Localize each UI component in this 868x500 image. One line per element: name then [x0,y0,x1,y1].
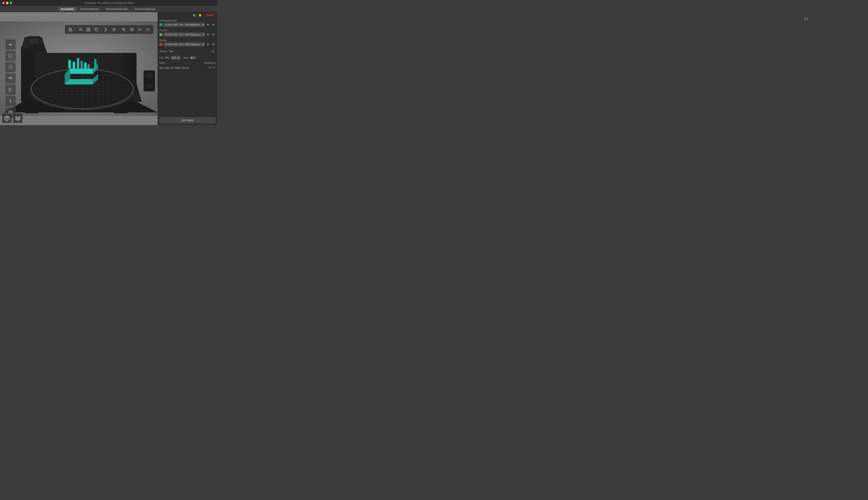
svg-rect-61 [84,62,87,69]
right-panel: Experte Druckeinstellungen : FLSUN V400 … [158,12,217,125]
maximize-button[interactable] [10,2,12,4]
slice-button[interactable]: Jetzt slicen [159,117,215,123]
tab-druckeinstellungen[interactable]: Druckeinstellungen [77,7,103,11]
svg-rect-9 [95,29,98,31]
toolbar-separator [75,27,76,32]
drucker-settings[interactable]: ⚙ [211,42,216,47]
filament-select[interactable]: FLSUN V400 - PLA - 3DPrintBeginner [163,32,205,37]
filament-label: Filament : [159,29,215,32]
window-controls[interactable] [2,2,12,4]
tab-druckereinstellungen[interactable]: Druckereinstellungen [132,7,159,11]
infill-label: Infill: [159,57,164,59]
table-row: All_in_One_3D_Printer_Test.stl 👁 ✎ [158,65,217,71]
obj-actions: 👁 ✎ [209,66,215,69]
druckeinstellungen-swatch [159,23,162,26]
close-button[interactable] [2,2,4,4]
copy-button[interactable] [93,26,100,33]
drucker-dropdown[interactable]: ▼ [206,42,210,47]
svg-rect-4 [81,28,82,30]
filament-dropdown[interactable]: ▼ [206,32,210,37]
drucker-section: Drucker : FLSUN V400 - PLA - 3DPrintBegi… [158,38,217,48]
navigate-button[interactable] [5,39,16,50]
redo-button[interactable] [144,26,151,33]
toolbar-separator-3 [119,27,119,32]
druckeinstellungen-row: FLSUN V400 - PLA - 3DPrintBeginner ▼ ⚙ [159,22,215,27]
rotate-tool-button[interactable] [5,62,16,72]
obj-list-header: Name Bearbeitung [158,61,217,65]
grid-button[interactable] [85,26,92,33]
undo-button[interactable] [136,26,143,33]
move-button[interactable] [111,26,117,33]
druckeinstellungen-dropdown[interactable]: ▼ [206,22,210,27]
window-title: *Unbenannt - PrusaSlicer-2.5.0 basiert a… [84,2,133,4]
status-dot-yellow [199,14,201,16]
svg-rect-74 [114,107,128,113]
cut-button[interactable] [103,26,110,33]
top-tabs: Druckplatte Druckeinstellungen Filamente… [0,6,217,12]
select-button[interactable] [5,50,16,61]
slice-btn-container: Jetzt slicen [158,115,217,125]
minimize-button[interactable] [6,2,8,4]
tab-druckplatte[interactable]: Druckplatte [58,7,77,11]
svg-rect-1 [69,30,70,31]
svg-rect-60 [81,61,83,69]
filament-section: Filament : FLSUN V400 - PLA - 3DPrintBeg… [158,28,217,38]
bottom-left-controls [2,113,23,123]
panel-spacer [158,71,217,115]
col-name-header: Name [159,62,203,64]
druckeinstellungen-label: Druckeinstellungen : [159,20,215,22]
obj-visibility-button[interactable]: 👁 [209,66,212,69]
left-toolbar [2,39,19,117]
object-name: All_in_One_3D_Printer_Test.stl [159,67,209,69]
stutzen-dropdown[interactable]: ▼ [211,49,215,54]
svg-rect-26 [29,38,39,45]
obj-edit-button[interactable]: ✎ [213,66,215,69]
expert-button[interactable]: Experte [205,13,215,17]
stutzen-label: Stützen: [159,50,167,53]
stutzen-section: Stützen: Kein ▼ [158,48,217,55]
layers-button[interactable] [128,26,135,33]
filament-swatch [159,33,162,36]
zoom-button[interactable] [120,26,127,33]
flatten-button[interactable] [5,73,16,84]
add-object-button[interactable] [67,26,74,33]
top-toolbar [65,25,154,34]
toolbar-separator-2 [101,27,101,32]
druckeinstellungen-settings[interactable]: ⚙ [211,22,216,27]
main-layout: ❮❮ Experte Druckeinstellungen : FLSUN V4… [0,12,217,125]
rand-toggle[interactable] [190,56,196,59]
svg-rect-2 [71,30,72,31]
title-bar: *Unbenannt - PrusaSlicer-2.5.0 basiert a… [0,0,217,6]
stutzen-value: Kein [169,50,210,53]
layers-view-button[interactable] [13,113,23,123]
svg-rect-57 [68,60,71,69]
viewport-3d[interactable] [0,12,158,125]
svg-point-16 [9,88,9,89]
svg-rect-5 [87,28,88,29]
filament-settings[interactable]: ⚙ [211,32,216,37]
infill-select[interactable]: 20% [171,56,180,60]
filament-row: FLSUN V400 - PLA - 3DPrintBeginner ▼ ⚙ [159,32,215,37]
svg-rect-62 [88,64,90,69]
supports-button[interactable] [5,96,16,106]
cut-tool-button[interactable] [5,84,16,95]
tab-filamenteinstellungen[interactable]: Filamenteinstellungen [103,7,131,11]
box-view-button[interactable] [2,113,12,123]
drucker-swatch [159,43,162,46]
drucker-row: FLSUN V400 - PLA - 3DPrintBeginner ▼ ⚙ [159,42,215,47]
drucker-label: Drucker : [159,39,215,42]
svg-rect-71 [146,73,153,78]
status-dot-green [193,14,195,16]
drucker-select[interactable]: FLSUN V400 - PLA - 3DPrintBeginner [163,42,205,47]
svg-point-17 [9,91,9,92]
svg-rect-73 [24,107,38,113]
svg-rect-3 [79,29,80,31]
stutzen-row: Stützen: Kein ▼ [159,49,215,54]
infill-value: 20% [165,57,169,59]
svg-rect-6 [89,28,90,29]
svg-rect-13 [9,54,12,58]
arrange-button[interactable] [77,26,84,33]
druckeinstellungen-select[interactable]: FLSUN V400 - PLA - 3DPrintBeginner [163,22,205,27]
svg-rect-0 [69,28,70,30]
col-edit-header: Bearbeitung [203,62,215,64]
